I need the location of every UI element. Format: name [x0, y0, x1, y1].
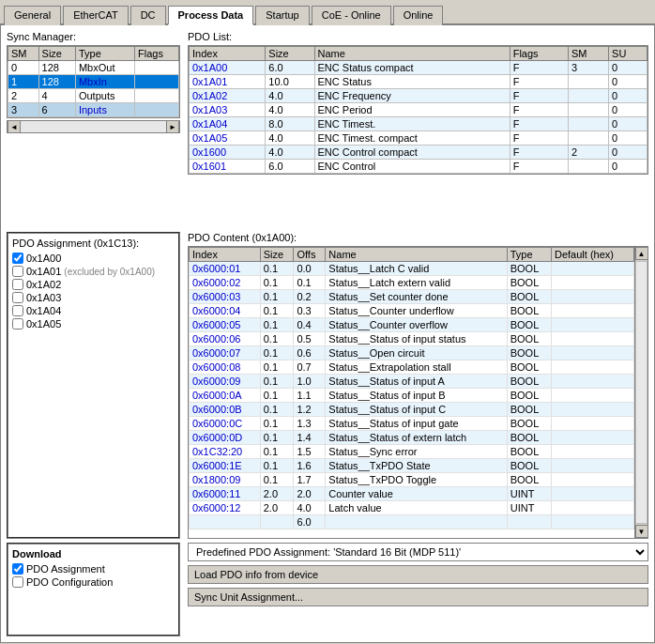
pdo-row-flags: F: [510, 75, 568, 89]
pdo-row-sm: [568, 117, 608, 131]
pdo-assign-label: 0x1A03: [26, 292, 61, 303]
pdo-row-flags: F: [510, 89, 568, 103]
pdo-assign-checkbox[interactable]: [12, 253, 23, 264]
pdo-list-row[interactable]: 0x1A05 4.0 ENC Timest. compact F 0: [190, 131, 647, 146]
pdo-assign-checkbox[interactable]: [12, 292, 23, 303]
pdo-list-row[interactable]: 0x1601 6.0 ENC Control F 0: [190, 160, 647, 174]
tab-online[interactable]: Online: [393, 6, 444, 25]
tab-coe-online[interactable]: CoE - Online: [312, 6, 391, 25]
pc-row-size: 0.1: [260, 417, 294, 431]
pdo-assign-checkbox[interactable]: [12, 318, 23, 330]
pc-row-type: BOOL: [507, 360, 551, 375]
pdo-content-row[interactable]: 0x6000:0D 0.1 1.4 Status__Status of exte…: [190, 431, 634, 445]
sm-scroll-track[interactable]: [21, 121, 166, 132]
sm-row-type[interactable]: MbxOut: [75, 61, 134, 75]
pc-row-index: 0x6000:09: [190, 375, 261, 389]
pdo-row-name: ENC Period: [314, 103, 510, 117]
pdo-col-sm: SM: [568, 47, 608, 61]
pdo-content-row[interactable]: 0x6000:09 0.1 1.0 Status__Status of inpu…: [190, 375, 634, 389]
sync-manager-table: SM Size Type Flags 0 128 MbxOut 1 128 Mb…: [8, 46, 179, 117]
pdo-assign-checkbox[interactable]: [12, 266, 23, 277]
pdo-content-row[interactable]: 0x1C32:20 0.1 1.5 Status__Sync error BOO…: [190, 445, 634, 459]
sm-scroll-left[interactable]: ◄: [8, 120, 21, 133]
sm-scroll-right[interactable]: ►: [166, 120, 179, 133]
pdo-row-su: 0: [609, 89, 647, 103]
scroll-track[interactable]: [635, 261, 647, 524]
pc-row-index: 0x6000:1E: [190, 459, 261, 473]
pdo-content-row[interactable]: 0x6000:11 2.0 2.0 Counter value UINT: [190, 487, 634, 501]
pdo-row-name: ENC Control: [314, 160, 510, 174]
pdo-content-row[interactable]: 0x6000:0A 0.1 1.1 Status__Status of inpu…: [190, 389, 634, 403]
pc-row-default: [551, 346, 633, 360]
pdo-content-scrollbar[interactable]: ▲ ▼: [634, 247, 647, 538]
pc-row-offs: 4.0: [294, 501, 326, 515]
sm-horizontal-scrollbar[interactable]: ◄ ►: [7, 120, 180, 133]
pdo-list-row[interactable]: 0x1A01 10.0 ENC Status F 0: [190, 75, 647, 89]
tab-general[interactable]: General: [4, 6, 61, 25]
scroll-up-btn[interactable]: ▲: [635, 247, 648, 260]
pc-row-offs: 1.7: [294, 473, 326, 487]
pc-col-name: Name: [326, 248, 507, 262]
sm-row-type[interactable]: MbxIn: [75, 75, 134, 89]
pdo-assignment-checkbox[interactable]: [12, 563, 23, 575]
pdo-content-row[interactable]: 0x6000:05 0.1 0.4 Status__Counter overfl…: [190, 318, 634, 332]
pdo-row-index: 0x1A01: [190, 75, 266, 89]
pdo-content-row[interactable]: 0x6000:1E 0.1 1.6 Status__TxPDO State BO…: [190, 459, 634, 473]
pdo-list-row[interactable]: 0x1A00 6.0 ENC Status compact F 3 0: [190, 61, 647, 75]
pdo-content-row[interactable]: 0x6000:08 0.1 0.7 Status__Extrapolation …: [190, 360, 634, 375]
pdo-content-row[interactable]: 0x1800:09 0.1 1.7 Status__TxPDO Toggle B…: [190, 473, 634, 487]
pdo-content-row[interactable]: 0x6000:12 2.0 4.0 Latch value UINT: [190, 501, 634, 515]
pc-row-default: [551, 487, 633, 501]
pdo-content-row[interactable]: 0x6000:07 0.1 0.6 Status__Open circuit B…: [190, 346, 634, 360]
pdo-content-row[interactable]: 0x6000:01 0.1 0.0 Status__Latch C valid …: [190, 262, 634, 276]
tab-ethercat[interactable]: EtherCAT: [63, 6, 128, 25]
pdo-content-row[interactable]: 0x6000:02 0.1 0.1 Status__Latch extern v…: [190, 276, 634, 290]
pdo-assign-checkbox[interactable]: [12, 305, 23, 316]
pc-row-offs: 1.2: [294, 403, 326, 417]
pdo-list-row[interactable]: 0x1A02 4.0 ENC Frequency F 0: [190, 89, 647, 103]
load-pdo-button[interactable]: Load PDO info from device: [188, 565, 648, 584]
sm-row-sm: 3: [8, 103, 39, 117]
pdo-content-row[interactable]: 6.0: [190, 515, 634, 529]
tab-dc[interactable]: DC: [130, 6, 166, 25]
pc-row-default: [551, 332, 633, 346]
predefined-pdo-select[interactable]: Predefined PDO Assignment: 'Standard 16 …: [188, 543, 648, 561]
pc-row-default: [551, 375, 633, 389]
pc-row-name: Status__Status of input status: [326, 332, 507, 346]
pdo-content-row[interactable]: 0x6000:06 0.1 0.5 Status__Status of inpu…: [190, 332, 634, 346]
pdo-content-row[interactable]: 0x6000:03 0.1 0.2 Status__Set counter do…: [190, 290, 634, 304]
tab-startup[interactable]: Startup: [255, 6, 309, 25]
pc-row-default: [551, 459, 633, 473]
pc-row-size: 0.1: [260, 473, 294, 487]
pdo-content-row[interactable]: 0x6000:04 0.1 0.3 Status__Counter underf…: [190, 304, 634, 318]
pc-row-size: 0.1: [260, 346, 294, 360]
pdo-content-row[interactable]: 0x6000:0C 0.1 1.3 Status__Status of inpu…: [190, 417, 634, 431]
pdo-col-name: Name: [314, 47, 510, 61]
sm-row-type[interactable]: Outputs: [75, 89, 134, 103]
pdo-assign-checkbox[interactable]: [12, 279, 23, 290]
pdo-content-table: Index Size Offs Name Type Default (hex) …: [189, 247, 634, 529]
pdo-row-su: 0: [609, 61, 647, 75]
tab-process-data[interactable]: Process Data: [168, 6, 254, 25]
pc-row-default: [551, 445, 633, 459]
pdo-config-checkbox[interactable]: [12, 576, 23, 588]
pc-row-index: 0x6000:0A: [190, 389, 261, 403]
sync-manager-table-wrapper: SM Size Type Flags 0 128 MbxOut 1 128 Mb…: [7, 45, 180, 118]
pdo-list-row[interactable]: 0x1A03 4.0 ENC Period F 0: [190, 103, 647, 117]
pdo-assign-item: 0x1A01(excluded by 0x1A00): [12, 266, 175, 277]
pc-row-index: 0x6000:04: [190, 304, 261, 318]
pdo-row-su: 0: [609, 75, 647, 89]
pc-row-size: 0.1: [260, 318, 294, 332]
pc-row-offs: 0.4: [294, 318, 326, 332]
pdo-list-row[interactable]: 0x1A04 8.0 ENC Timest. F 0: [190, 117, 647, 131]
pc-row-index: 0x1C32:20: [190, 445, 261, 459]
pdo-list-row[interactable]: 0x1600 4.0 ENC Control compact F 2 0: [190, 146, 647, 160]
pc-row-offs: 1.5: [294, 445, 326, 459]
pc-row-type: BOOL: [507, 332, 551, 346]
sm-row-type[interactable]: Inputs: [75, 103, 134, 117]
pdo-row-flags: F: [510, 61, 568, 75]
sm-row-flags: [135, 103, 179, 117]
scroll-down-btn[interactable]: ▼: [635, 525, 648, 538]
pdo-content-row[interactable]: 0x6000:0B 0.1 1.2 Status__Status of inpu…: [190, 403, 634, 417]
sync-unit-button[interactable]: Sync Unit Assignment...: [188, 588, 648, 606]
